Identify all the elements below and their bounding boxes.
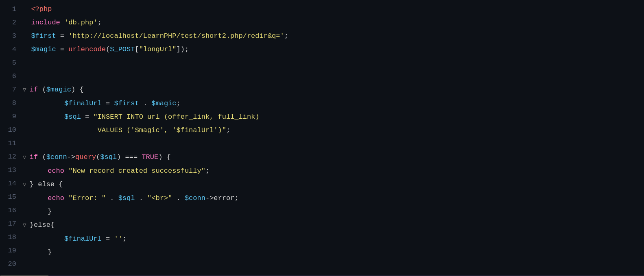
token: ; [98,19,102,26]
token: $magic [151,100,176,107]
line-number: 15 [0,190,16,204]
code-line: <?php [23,2,644,16]
token: $finalUrl [64,235,102,243]
line-number: 12 [0,150,16,163]
token: "INSERT INTO url (offer_link, full_link) [93,113,259,121]
token: }else{ [30,221,55,229]
line-number: 8 [0,96,16,110]
line-number: 3 [0,29,16,43]
line-number: 13 [0,163,16,177]
line-number: 14 [0,177,16,190]
token: ]); [177,46,189,53]
token: $magic [31,46,56,53]
indent [31,194,48,202]
line-number: 4 [0,43,16,56]
indent [31,126,97,134]
code-editor: 1234567891011121314151617181920 <?php in… [0,0,644,276]
token: $magic [46,86,71,93]
code-line: ▽ if ($conn->query($sql) === TRUE) { [23,150,644,164]
token: "Error: " [68,194,106,202]
line-number: 5 [0,56,16,70]
line-number: 19 [0,244,16,257]
token: if [30,153,38,161]
fold-marker[interactable]: ▽ [23,222,30,228]
line-number: 16 [0,204,16,217]
code-line: $magic = urlencode($_POST["longUrl"]); [23,43,644,56]
fold-marker[interactable]: ▽ [23,87,30,93]
indent [31,100,64,107]
token [64,167,68,175]
token: ; [177,100,181,107]
token: query [75,153,96,161]
code-line: } [23,246,644,259]
token: = [56,32,69,40]
code-line [23,56,644,70]
line-numbers: 1234567891011121314151617181920 [0,2,20,272]
token: ; [284,32,288,40]
token: 'http://localhost/LearnPHP/test/short2.p… [68,32,284,40]
indent [31,208,48,215]
token: $sql [118,194,135,202]
token: echo [48,194,64,202]
code-line [23,259,644,272]
fold-marker[interactable]: ▽ [23,154,30,161]
token: $conn [46,153,67,161]
token: ) { [71,86,84,93]
token: ( [106,46,110,53]
code-area: 1234567891011121314151617181920 <?php in… [0,0,644,275]
token: $_POST [110,46,135,53]
token: "longUrl" [139,46,177,53]
line-number: 2 [0,16,16,29]
token: "<br>" [147,194,172,202]
token: ; [122,235,127,243]
token: $finalUrl [64,100,102,107]
token: $sql [100,153,117,161]
code-line: ▽ }else{ [23,218,644,232]
indent [31,167,48,175]
token: -> [67,153,75,161]
token: = [56,46,69,53]
line-number: 10 [0,123,16,137]
token: = [102,235,114,243]
token: urlencode [68,46,106,53]
token: ; [205,167,210,175]
token: ( [38,153,46,161]
token: <?php [31,5,52,13]
line-number: 6 [0,70,16,83]
code-line: $sql = "INSERT INTO url (offer_link, ful… [23,110,644,124]
token: ->error; [205,194,239,202]
token [60,19,64,26]
code-line: ▽ } else { [23,178,644,191]
code-line: ▽ if ($magic) { [23,83,644,97]
token: . [172,194,185,202]
token: ) === [117,153,142,161]
token: echo [48,167,64,175]
token: if [30,86,38,93]
token: '' [114,235,122,243]
token: ) { [158,153,171,161]
token: } [48,248,52,256]
line-number: 11 [0,137,16,150]
token: } else { [30,180,63,188]
code-line: echo "Error: " . $sql . "<br>" . $conn->… [23,191,644,205]
token: ( [38,86,46,93]
token: $first [114,100,139,107]
indent [31,113,64,121]
code-lines: <?php include 'db.php'; $first = 'http:/… [20,2,644,272]
token: ; [226,126,230,134]
token: . [139,100,152,107]
token: $first [31,32,56,40]
token: TRUE [142,153,158,161]
token: 'db.php' [64,19,98,26]
code-line: $finalUrl = ''; [23,232,644,246]
token: . [106,194,118,202]
line-number: 17 [0,217,16,230]
indent [31,248,48,256]
line-number: 9 [0,110,16,123]
line-number: 1 [0,2,16,16]
code-line: } [23,205,644,218]
token: VALUES ('$magic', '$finalUrl')" [98,126,226,134]
fold-marker[interactable]: ▽ [23,181,30,188]
token: [ [135,46,139,53]
token: . [135,194,147,202]
